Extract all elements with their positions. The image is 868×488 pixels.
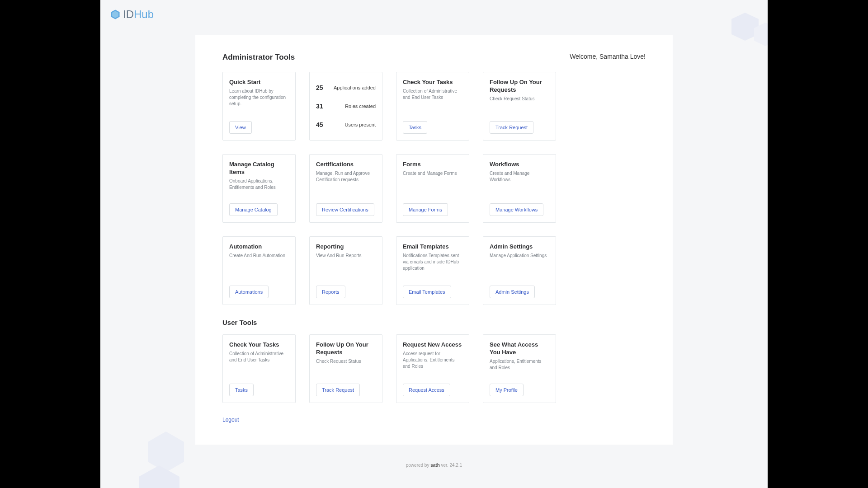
manage-forms-button[interactable]: Manage Forms bbox=[403, 203, 448, 216]
admin-cards-grid: Quick Start Learn about IDHub by complet… bbox=[222, 72, 646, 305]
review-certifications-button[interactable]: Review Certifications bbox=[316, 203, 374, 216]
card-desc: Check Request Status bbox=[316, 358, 376, 380]
svg-marker-3 bbox=[139, 465, 179, 488]
card-title: See What Access You Have bbox=[490, 341, 549, 357]
svg-marker-2 bbox=[148, 432, 184, 472]
card-title: Admin Settings bbox=[490, 243, 549, 251]
stat-label: Users present bbox=[345, 122, 376, 127]
admin-settings-card: Admin Settings Manage Application Settin… bbox=[483, 236, 556, 305]
logout-link[interactable]: Logout bbox=[222, 417, 646, 423]
user-tools-title: User Tools bbox=[222, 319, 646, 326]
tasks-button[interactable]: Tasks bbox=[229, 384, 254, 396]
welcome-text: Welcome, Samantha Love! bbox=[570, 53, 646, 60]
logo-text-hub: Hub bbox=[134, 8, 154, 20]
forms-card: Forms Create and Manage Forms Manage For… bbox=[396, 154, 469, 223]
card-title: Check Your Tasks bbox=[229, 341, 289, 349]
decorative-hex-icon bbox=[727, 9, 768, 63]
footer-powered: powered by bbox=[406, 463, 430, 468]
card-title: Reporting bbox=[316, 243, 376, 251]
stat-value: 25 bbox=[316, 84, 323, 91]
card-desc: Create and Manage Forms bbox=[403, 170, 462, 200]
stat-row: 25 Applications added bbox=[316, 84, 376, 91]
reporting-card: Reporting View And Run Reports Reports bbox=[309, 236, 382, 305]
manage-catalog-button[interactable]: Manage Catalog bbox=[229, 203, 278, 216]
stat-value: 45 bbox=[316, 121, 323, 128]
card-title: Check Your Tasks bbox=[403, 79, 462, 86]
card-title: Workflows bbox=[490, 161, 549, 169]
manage-workflows-button[interactable]: Manage Workflows bbox=[490, 203, 543, 216]
follow-up-card: Follow Up On Your Requests Check Request… bbox=[483, 72, 556, 141]
logo-hex-icon bbox=[109, 9, 121, 20]
card-desc: Applications, Entitlements and Roles bbox=[490, 358, 549, 380]
stats-card: 25 Applications added 31 Roles created 4… bbox=[309, 72, 382, 141]
card-desc: Check Request Status bbox=[490, 96, 549, 117]
card-desc: Access request for Applications, Entitle… bbox=[403, 351, 462, 380]
card-title: Request New Access bbox=[403, 341, 462, 349]
view-button[interactable]: View bbox=[229, 121, 252, 134]
footer-version: ver. 24.2.1 bbox=[440, 463, 462, 468]
user-follow-up-card: Follow Up On Your Requests Check Request… bbox=[309, 334, 382, 403]
card-title: Follow Up On Your Requests bbox=[490, 79, 549, 94]
card-desc: Collection of Administrative and End Use… bbox=[403, 88, 462, 117]
card-title: Forms bbox=[403, 161, 462, 169]
user-check-tasks-card: Check Your Tasks Collection of Administr… bbox=[222, 334, 296, 403]
page-title: Administrator Tools bbox=[222, 53, 295, 62]
reports-button[interactable]: Reports bbox=[316, 286, 345, 298]
my-profile-button[interactable]: My Profile bbox=[490, 384, 524, 396]
stat-row: 45 Users present bbox=[316, 121, 376, 128]
logo-text-id: ID bbox=[123, 8, 134, 20]
card-title: Email Templates bbox=[403, 243, 462, 251]
card-desc: Create And Run Automation bbox=[229, 253, 289, 282]
card-title: Manage Catalog Items bbox=[229, 161, 289, 176]
user-cards-grid: Check Your Tasks Collection of Administr… bbox=[222, 334, 646, 403]
card-desc: Manage Application Settings bbox=[490, 253, 549, 282]
card-desc: Manage, Run and Approve Certification re… bbox=[316, 170, 376, 200]
my-profile-card: See What Access You Have Applications, E… bbox=[483, 334, 556, 403]
card-desc: Notifications Templates sent via emails … bbox=[403, 253, 462, 282]
check-tasks-card: Check Your Tasks Collection of Administr… bbox=[396, 72, 469, 141]
email-templates-card: Email Templates Notifications Templates … bbox=[396, 236, 469, 305]
automation-card: Automation Create And Run Automation Aut… bbox=[222, 236, 296, 305]
card-desc: View And Run Reports bbox=[316, 253, 376, 282]
stat-label: Roles created bbox=[345, 103, 376, 109]
request-access-button[interactable]: Request Access bbox=[403, 384, 450, 396]
stat-label: Applications added bbox=[334, 85, 376, 90]
card-desc: Collection of Administrative and End Use… bbox=[229, 351, 289, 380]
certifications-card: Certifications Manage, Run and Approve C… bbox=[309, 154, 382, 223]
email-templates-button[interactable]: Email Templates bbox=[403, 286, 451, 298]
logo: IDHub bbox=[109, 8, 154, 21]
track-request-button[interactable]: Track Request bbox=[490, 121, 533, 134]
footer-brand: sath bbox=[430, 463, 440, 468]
manage-catalog-card: Manage Catalog Items Onboard Application… bbox=[222, 154, 296, 223]
workflows-card: Workflows Create and Manage Workflows Ma… bbox=[483, 154, 556, 223]
card-desc: Create and Manage Workflows bbox=[490, 170, 549, 200]
admin-settings-button[interactable]: Admin Settings bbox=[490, 286, 535, 298]
card-desc: Onboard Applications, Entitlements and R… bbox=[229, 178, 289, 200]
stat-value: 31 bbox=[316, 103, 323, 110]
card-title: Quick Start bbox=[229, 79, 289, 86]
card-title: Certifications bbox=[316, 161, 376, 169]
track-request-button[interactable]: Track Request bbox=[316, 384, 360, 396]
card-desc: Learn about IDHub by completing the conf… bbox=[229, 88, 289, 117]
quick-start-card: Quick Start Learn about IDHub by complet… bbox=[222, 72, 296, 141]
stat-row: 31 Roles created bbox=[316, 103, 376, 110]
automations-button[interactable]: Automations bbox=[229, 286, 269, 298]
tasks-button[interactable]: Tasks bbox=[403, 121, 427, 134]
card-title: Follow Up On Your Requests bbox=[316, 341, 376, 357]
card-title: Automation bbox=[229, 243, 289, 251]
request-access-card: Request New Access Access request for Ap… bbox=[396, 334, 469, 403]
